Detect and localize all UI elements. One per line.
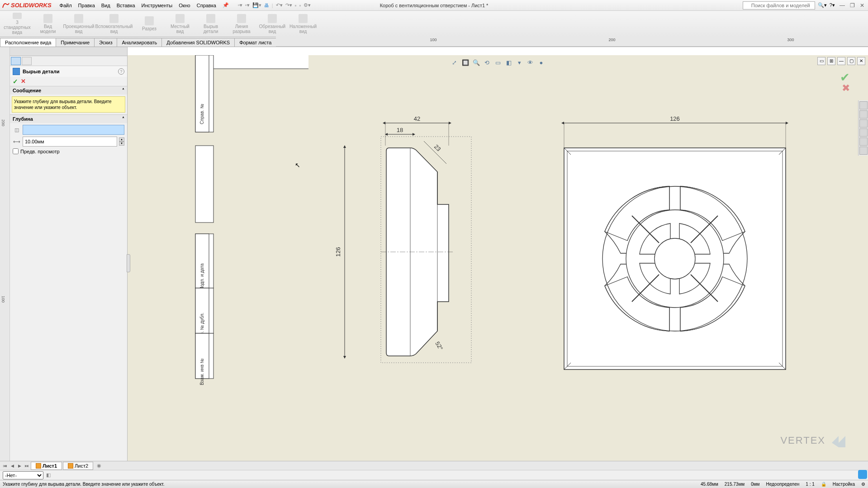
zoom-icon[interactable]: 🔍 <box>472 58 481 67</box>
rebuild-icon[interactable]: ▫ <box>299 3 301 8</box>
open-icon[interactable]: ▫▾ <box>245 2 250 8</box>
status-more-icon[interactable]: ⚙ <box>861 482 865 487</box>
tab-sketch[interactable]: Эскиз <box>94 38 117 47</box>
taskpane-prop-icon[interactable] <box>859 147 868 155</box>
status-lock-icon[interactable]: 🔒 <box>821 482 826 487</box>
depth-reference-input[interactable] <box>23 125 124 135</box>
zoom-fit-icon[interactable]: ⤢ <box>450 58 459 67</box>
menu-help[interactable]: Справка <box>194 2 219 9</box>
taskpane-appear-icon[interactable] <box>859 137 868 146</box>
panel-toolbar <box>10 56 127 66</box>
taskpane-viewpal-icon[interactable] <box>859 128 868 137</box>
pin-icon[interactable]: 📌 <box>223 2 229 8</box>
panel-tab-property[interactable] <box>22 57 32 65</box>
rotate-icon[interactable]: ⟲ <box>483 58 492 67</box>
tab-view-layout[interactable]: Расположение вида <box>0 38 56 47</box>
tab-evaluate[interactable]: Анализировать <box>117 38 162 47</box>
viewport-min-icon[interactable]: — <box>837 57 845 65</box>
ribbon-model-view[interactable]: Вид модели <box>34 13 62 35</box>
svg-text:42: 42 <box>414 115 420 122</box>
search-button[interactable]: 🔍▾ <box>818 2 827 8</box>
svg-text:18: 18 <box>397 127 403 133</box>
menu-file[interactable]: Файл <box>57 2 75 9</box>
menu-view[interactable]: Вид <box>99 2 113 9</box>
menu-window[interactable]: Окно <box>176 2 193 9</box>
viewport-close-icon[interactable]: ✕ <box>857 57 865 65</box>
svg-text:52°: 52° <box>434 340 444 351</box>
sheet-tab-1[interactable]: Лист1 <box>31 462 62 470</box>
menu-edit[interactable]: Правка <box>76 2 98 9</box>
ok-button[interactable]: ✓ <box>13 78 18 85</box>
sheet-tab-2[interactable]: Лист2 <box>63 462 93 470</box>
appearance-icon[interactable]: ● <box>537 58 546 67</box>
ribbon-3views[interactable]: 3 стандартных вида <box>4 13 31 35</box>
layer-props-icon[interactable]: ◧ <box>46 472 51 478</box>
redo-icon[interactable]: ↷▾ <box>285 2 292 8</box>
zoom-area-icon[interactable]: 🔲 <box>461 58 470 67</box>
options-icon[interactable]: ⚙▾ <box>304 2 311 8</box>
sheet-nav-first[interactable]: ⏮ <box>2 464 8 468</box>
svg-text:Справ. №: Справ. № <box>199 104 204 124</box>
section-icon[interactable]: ◧ <box>504 58 513 67</box>
ribbon-detail[interactable]: Местный вид <box>166 13 194 35</box>
new-icon[interactable]: ▫▾ <box>238 2 242 8</box>
undo-icon[interactable]: ↶▾ <box>276 2 283 8</box>
ribbon-broken-out[interactable]: Вырыв детали <box>197 13 224 35</box>
confirm-corner-cancel-icon[interactable]: ✖ <box>842 82 850 94</box>
help-button[interactable]: ?▾ <box>830 2 835 8</box>
view-orient-icon[interactable]: ▾ <box>515 58 524 67</box>
ribbon-break-line[interactable]: Линия разрыва <box>228 13 255 35</box>
front-view[interactable]: 126 <box>557 114 792 376</box>
viewport-max-icon[interactable]: ▢ <box>847 57 855 65</box>
sheet-nav-next[interactable]: ▶ <box>16 464 23 468</box>
sheet-nav-prev[interactable]: ◀ <box>9 464 15 468</box>
cancel-button[interactable]: ✕ <box>21 78 26 85</box>
taskpane-designlib-icon[interactable] <box>859 110 868 118</box>
ribbon-aux-view[interactable]: Вспомогательный вид <box>96 13 132 35</box>
depth-spinner[interactable]: ▲▼ <box>119 137 124 146</box>
viewport-multi-icon[interactable]: ⊞ <box>827 57 835 65</box>
depth-value-input[interactable] <box>23 137 117 147</box>
section-depth-header[interactable]: Глубина˄ <box>10 115 127 123</box>
section-message-header[interactable]: Сообщение˄ <box>10 86 127 95</box>
panel-tab-feature-tree[interactable] <box>11 57 21 65</box>
svg-line-26 <box>424 141 446 164</box>
search-input[interactable] <box>743 1 815 9</box>
panel-tab-strip[interactable] <box>10 47 127 56</box>
status-coord2: 215.73мм <box>725 482 745 487</box>
svg-rect-4 <box>195 146 213 223</box>
side-view[interactable]: 42 18 126 23 52° <box>336 114 517 376</box>
taskpane-resources-icon[interactable] <box>859 101 868 109</box>
close-button[interactable]: ✕ <box>858 2 866 9</box>
display-style-icon[interactable]: ▭ <box>493 58 503 67</box>
status-custom[interactable]: Настройка <box>833 482 855 487</box>
sheet-nav-last[interactable]: ⏭ <box>24 464 30 468</box>
menu-tools[interactable]: Инструменты <box>139 2 175 9</box>
drawing-canvas[interactable]: ⤢ 🔲 🔍 ⟲ ▭ ◧ ▾ 👁 ● ▭ ⊞ — ▢ ✕ ✔ ✖ <box>128 55 868 461</box>
ribbon-projected-view[interactable]: Проекционный вид <box>65 13 92 35</box>
help-icon[interactable]: ? <box>118 68 124 75</box>
tab-addins[interactable]: Добавления SOLIDWORKS <box>161 38 235 47</box>
print-icon[interactable]: 🖶 <box>264 3 269 8</box>
ribbon-alternate[interactable]: Наложенный вид <box>289 13 317 35</box>
preview-checkbox[interactable] <box>13 148 19 154</box>
restore-button[interactable]: ❐ <box>848 2 857 9</box>
panel-collapse-handle[interactable] <box>127 254 130 272</box>
layer-select[interactable]: -Нет- <box>3 471 43 479</box>
depth-value-icon: ⟷ <box>13 137 21 146</box>
chat-bubble-icon[interactable] <box>858 470 867 479</box>
add-sheet-button[interactable]: ◉ <box>94 463 104 469</box>
ribbon-crop[interactable]: Обрезанный вид <box>259 13 286 35</box>
select-icon[interactable]: ▫ <box>295 3 297 8</box>
viewport-single-icon[interactable]: ▭ <box>817 57 825 65</box>
hide-show-icon[interactable]: 👁 <box>526 58 535 67</box>
tab-annotation[interactable]: Примечание <box>56 38 95 47</box>
status-scale[interactable]: 1 : 1 <box>806 482 814 487</box>
tab-sheet-format[interactable]: Формат листа <box>234 38 276 47</box>
save-icon[interactable]: 💾▾ <box>252 2 261 8</box>
minimize-button[interactable]: — <box>838 2 847 9</box>
menu-insert[interactable]: Вставка <box>114 2 138 9</box>
ribbon-section[interactable]: Разрез <box>136 13 163 35</box>
taskpane-fileexp-icon[interactable] <box>859 119 868 128</box>
preview-checkbox-row[interactable]: Предв. просмотр <box>13 148 124 154</box>
